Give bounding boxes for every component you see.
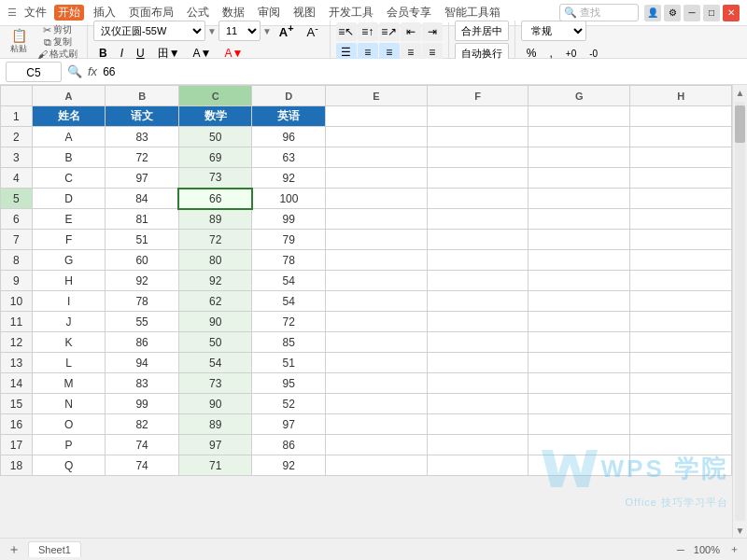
tab-data[interactable]: 数据	[218, 5, 248, 21]
align-top-right-button[interactable]: ≡↗	[379, 22, 400, 41]
cell-c2[interactable]: 50	[178, 127, 252, 147]
align-top-left-button[interactable]: ≡↖	[336, 22, 357, 41]
cell-d17[interactable]: 86	[252, 435, 326, 455]
paste-button[interactable]: 📋 粘贴	[6, 30, 32, 54]
tab-view[interactable]: 视图	[289, 5, 319, 21]
cell-d6[interactable]: 99	[252, 209, 326, 230]
col-header-H[interactable]: H	[630, 86, 732, 106]
cell-b3[interactable]: 72	[106, 147, 179, 168]
cell-reference-box[interactable]: C5	[6, 62, 62, 82]
cell-a17[interactable]: P	[32, 435, 106, 455]
cell-a7[interactable]: F	[32, 230, 106, 250]
cell-b11[interactable]: 55	[106, 312, 179, 332]
cell-a10[interactable]: I	[32, 291, 106, 312]
cell-b2[interactable]: 83	[106, 127, 179, 147]
cell-b10[interactable]: 78	[106, 291, 179, 312]
cell-b4[interactable]: 97	[106, 168, 179, 189]
menu-file[interactable]: 文件	[24, 5, 47, 21]
cell-a13[interactable]: L	[32, 353, 106, 373]
copy-button[interactable]: ⧉ 复制	[34, 36, 81, 48]
increase-font-button[interactable]: A+	[274, 21, 300, 41]
minimize-button[interactable]: ─	[684, 5, 700, 21]
header-yingyu[interactable]: 英语	[252, 106, 326, 127]
cell-b7[interactable]: 51	[106, 230, 179, 250]
cell-b8[interactable]: 60	[106, 250, 179, 271]
cell-c9[interactable]: 92	[178, 271, 252, 291]
cell-d3[interactable]: 63	[252, 147, 326, 168]
cell-b13[interactable]: 94	[106, 353, 179, 373]
indent-increase-button[interactable]: ⇥	[422, 22, 443, 41]
cell-c18[interactable]: 71	[178, 455, 252, 476]
tab-review[interactable]: 审阅	[254, 5, 284, 21]
cell-d10[interactable]: 54	[252, 291, 326, 312]
cut-button[interactable]: ✂ 剪切	[34, 24, 81, 35]
cell-a8[interactable]: G	[32, 250, 106, 271]
cell-d9[interactable]: 54	[252, 271, 326, 291]
cell-d4[interactable]: 92	[252, 168, 326, 189]
cell-a15[interactable]: N	[32, 394, 106, 414]
cell-c14[interactable]: 73	[178, 373, 252, 394]
col-header-A[interactable]: A	[32, 86, 106, 106]
decrease-font-button[interactable]: A-	[302, 21, 324, 41]
cell-c17[interactable]: 97	[178, 435, 252, 455]
col-header-E[interactable]: E	[325, 86, 427, 106]
cell-b12[interactable]: 86	[106, 332, 179, 353]
cell-c3[interactable]: 69	[178, 147, 252, 168]
cell-a14[interactable]: M	[32, 373, 106, 394]
app-menu-icon[interactable]: ☰	[7, 7, 17, 19]
header-shuxue[interactable]: 数学	[178, 106, 252, 127]
tab-insert[interactable]: 插入	[90, 5, 120, 21]
col-header-B[interactable]: B	[106, 86, 179, 106]
cell-d16[interactable]: 97	[252, 414, 326, 435]
add-sheet-button[interactable]: ＋	[7, 541, 21, 558]
cell-d2[interactable]: 96	[252, 127, 326, 147]
tab-start[interactable]: 开始	[54, 5, 84, 21]
user-icon[interactable]: 👤	[644, 5, 661, 21]
cell-a9[interactable]: H	[32, 271, 106, 291]
cell-a6[interactable]: E	[32, 209, 106, 230]
cell-b18[interactable]: 74	[106, 455, 179, 476]
close-button[interactable]: ✕	[723, 5, 740, 21]
tab-vip[interactable]: 会员专享	[383, 5, 435, 21]
cell-c4[interactable]: 73	[178, 168, 252, 189]
align-top-center-button[interactable]: ≡↑	[358, 22, 378, 41]
cell-b9[interactable]: 92	[106, 271, 179, 291]
cell-c13[interactable]: 54	[178, 353, 252, 373]
col-header-F[interactable]: F	[427, 86, 529, 106]
cell-b14[interactable]: 83	[106, 373, 179, 394]
scroll-up-button[interactable]: ▲	[733, 85, 747, 100]
cell-b5[interactable]: 84	[106, 189, 179, 209]
cell-d11[interactable]: 72	[252, 312, 326, 332]
cell-b17[interactable]: 74	[106, 435, 179, 455]
cell-d8[interactable]: 78	[252, 250, 326, 271]
cell-d13[interactable]: 51	[252, 353, 326, 373]
font-size-dropdown-icon[interactable]: ▼	[262, 26, 272, 36]
cell-a11[interactable]: J	[32, 312, 106, 332]
cell-b15[interactable]: 99	[106, 394, 179, 414]
cell-a2[interactable]: A	[32, 127, 106, 147]
cell-c5-selected[interactable]: 66	[178, 189, 252, 209]
tab-formula[interactable]: 公式	[183, 5, 213, 21]
cell-b6[interactable]: 81	[106, 209, 179, 230]
cell-d14[interactable]: 95	[252, 373, 326, 394]
font-name-select[interactable]: 汉仪正圆-55W	[93, 21, 205, 41]
cell-a18[interactable]: Q	[32, 455, 106, 476]
scroll-down-button[interactable]: ▼	[733, 523, 747, 538]
cell-d18[interactable]: 92	[252, 455, 326, 476]
number-format-select[interactable]: 常规	[521, 21, 586, 41]
cell-d5[interactable]: 100	[252, 189, 326, 209]
cell-c6[interactable]: 89	[178, 209, 252, 230]
cell-a12[interactable]: K	[32, 332, 106, 353]
formula-input[interactable]	[103, 65, 741, 78]
tab-dev[interactable]: 开发工具	[325, 5, 377, 21]
settings-icon[interactable]: ⚙	[664, 5, 681, 21]
cell-d12[interactable]: 85	[252, 332, 326, 353]
cell-a4[interactable]: C	[32, 168, 106, 189]
cell-a5[interactable]: D	[32, 189, 106, 209]
cell-c8[interactable]: 80	[178, 250, 252, 271]
sheet-tab[interactable]: Sheet1	[28, 541, 81, 557]
search-box[interactable]: 🔍 查找	[559, 4, 639, 21]
cell-c7[interactable]: 72	[178, 230, 252, 250]
scroll-thumb[interactable]	[735, 105, 745, 143]
zoom-out-button[interactable]: ─	[677, 544, 684, 555]
